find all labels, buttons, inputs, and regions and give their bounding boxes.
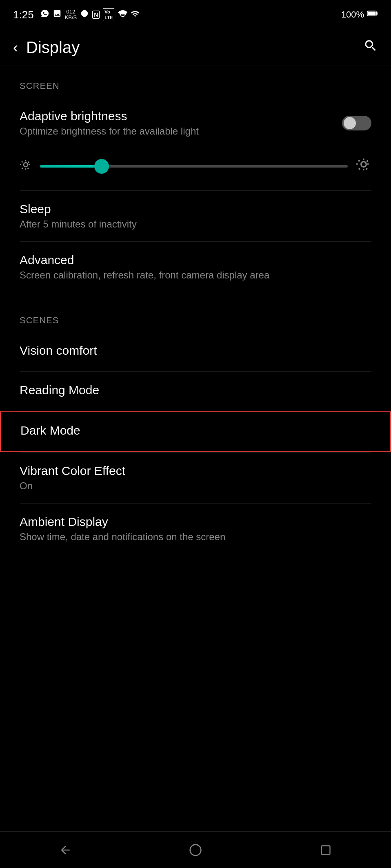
- dark-mode-title: Dark Mode: [20, 424, 371, 437]
- status-icons: 012 KB/S N Vo LTE: [40, 8, 140, 22]
- advanced-text: Advanced Screen calibration, refresh rat…: [20, 253, 371, 281]
- signal-icon: [131, 9, 140, 20]
- svg-rect-2: [376, 12, 378, 15]
- adaptive-brightness-text: Adaptive brightness Optimize brightness …: [20, 109, 342, 137]
- nfc-icon: N: [92, 11, 100, 19]
- reading-mode-item[interactable]: Reading Mode: [0, 372, 391, 411]
- ambient-display-item[interactable]: Ambient Display Show time, date and noti…: [0, 504, 391, 554]
- brightness-slider-row: [0, 148, 391, 190]
- ambient-display-text: Ambient Display Show time, date and noti…: [20, 515, 371, 543]
- brightness-slider[interactable]: [40, 158, 348, 174]
- toggle-knob: [344, 117, 356, 129]
- vision-comfort-text: Vision comfort: [20, 344, 371, 360]
- nav-recent-button[interactable]: [309, 834, 342, 866]
- sleep-title: Sleep: [20, 202, 371, 216]
- wifi-icon: [118, 9, 127, 20]
- nav-back-button[interactable]: [49, 834, 82, 866]
- dark-mode-text: Dark Mode: [20, 424, 371, 440]
- reading-mode-title: Reading Mode: [20, 383, 371, 397]
- header: ‹ Display: [0, 29, 391, 66]
- content: SCREEN Adaptive brightness Optimize brig…: [0, 66, 391, 595]
- status-right: 100%: [341, 9, 378, 20]
- screen-section-label: SCREEN: [0, 66, 391, 98]
- search-button[interactable]: [363, 38, 378, 57]
- dark-mode-item[interactable]: Dark Mode: [0, 411, 391, 452]
- svg-rect-1: [368, 12, 376, 15]
- ambient-display-subtitle: Show time, date and notifications on the…: [20, 531, 371, 543]
- vibrant-color-title: Vibrant Color Effect: [20, 464, 371, 478]
- ambient-display-title: Ambient Display: [20, 515, 371, 529]
- alarm-icon: [80, 9, 89, 20]
- vision-comfort-title: Vision comfort: [20, 344, 371, 358]
- adaptive-brightness-toggle[interactable]: [342, 116, 371, 130]
- status-bar: 1:25 012 KB/S N Vo LTE: [0, 0, 391, 29]
- page-title: Display: [26, 38, 363, 57]
- adaptive-brightness-item[interactable]: Adaptive brightness Optimize brightness …: [0, 98, 391, 148]
- scenes-section-label: SCENES: [0, 300, 391, 332]
- battery-percent: 100%: [341, 9, 364, 20]
- slider-thumb[interactable]: [94, 159, 109, 174]
- reading-mode-text: Reading Mode: [20, 383, 371, 400]
- sleep-subtitle: After 5 minutes of inactivity: [20, 219, 371, 230]
- battery-icon: [367, 9, 378, 20]
- vibrant-color-text: Vibrant Color Effect On: [20, 464, 371, 492]
- slider-track: [40, 165, 348, 168]
- whatsapp-icon: [40, 9, 49, 20]
- brightness-max-icon: [356, 157, 371, 176]
- status-time: 1:25: [13, 9, 34, 21]
- nav-bar: [0, 831, 391, 868]
- advanced-item[interactable]: Advanced Screen calibration, refresh rat…: [0, 242, 391, 292]
- sleep-item[interactable]: Sleep After 5 minutes of inactivity: [0, 191, 391, 241]
- back-button[interactable]: ‹: [13, 39, 18, 56]
- adaptive-brightness-title: Adaptive brightness: [20, 109, 342, 123]
- data-speed-icon: 012 KB/S: [65, 9, 77, 21]
- vibrant-color-item[interactable]: Vibrant Color Effect On: [0, 453, 391, 503]
- advanced-title: Advanced: [20, 253, 371, 267]
- vision-comfort-item[interactable]: Vision comfort: [0, 332, 391, 371]
- slider-fill: [40, 165, 102, 168]
- advanced-subtitle: Screen calibration, refresh rate, front …: [20, 269, 371, 281]
- gallery-icon: [53, 9, 62, 20]
- sleep-text: Sleep After 5 minutes of inactivity: [20, 202, 371, 230]
- nav-home-button[interactable]: [179, 834, 212, 866]
- svg-rect-4: [322, 846, 330, 854]
- svg-point-3: [190, 844, 201, 855]
- vibrant-color-subtitle: On: [20, 480, 371, 492]
- brightness-min-icon: [20, 159, 32, 174]
- volte-icon: Vo LTE: [103, 8, 114, 22]
- adaptive-brightness-subtitle: Optimize brightness for the available li…: [20, 126, 342, 137]
